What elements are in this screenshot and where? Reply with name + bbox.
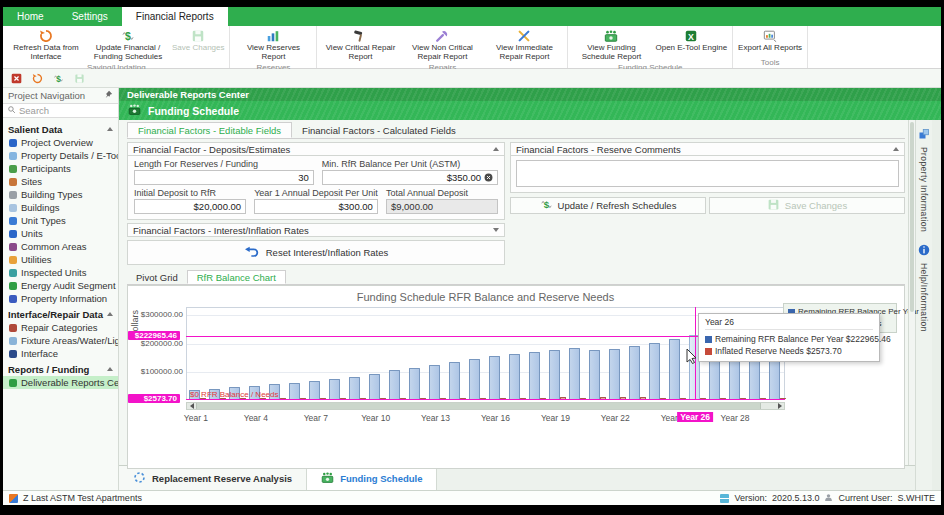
sidebar-item-units[interactable]: Units [3,227,118,240]
content-vertical-scrollbar[interactable] [908,120,915,465]
bar-remaining-year-23[interactable] [629,346,640,399]
save-changes-button[interactable]: Save Changes [709,197,905,214]
ribbon-button-view-immediate-repair-report[interactable]: View Immediate Repair Report [483,27,565,62]
ribbon-button-update-financial-funding-schedules[interactable]: $Update Financial / Funding Schedules [87,27,169,62]
qat-close-button[interactable] [10,72,22,84]
update-refresh-schedules-button[interactable]: $ Update / Refresh Schedules [510,197,706,214]
collapse-icon [107,127,113,131]
sidebar-section-salient-data[interactable]: Salient Data [3,122,118,136]
bar-remaining-year-18[interactable] [529,352,540,399]
tab-home[interactable]: Home [3,7,58,26]
ribbon-button-view-non-critical-repair-report[interactable]: View Non Critical Repair Report [401,27,483,62]
initial-deposit-input[interactable]: $20,000.00 [134,199,246,214]
sidebar-item-interface[interactable]: Interface [3,347,118,360]
bar-remaining-year-10[interactable] [369,374,380,399]
interest-inflation-header[interactable]: Financial Factors - Interest/Inflation R… [127,223,505,237]
bar-remaining-year-11[interactable] [389,370,400,399]
sidebar-item-project-overview[interactable]: Project Overview [3,136,118,149]
tab-funding-schedule-doc[interactable]: Funding Schedule [307,466,437,490]
x-axis-tick-label: Year 28 [721,413,750,423]
sidebar-item-buildings[interactable]: Buildings [3,201,118,214]
sidebar-item-deliverable-reports-center[interactable]: Deliverable Reports Center [3,376,118,389]
ribbon-button-export-all-reports[interactable]: Export All Reports [735,27,805,57]
repair-categories-icon [9,324,17,332]
chart-horizontal-scrollbar[interactable] [186,402,785,410]
sidebar-item-fixture-areas-water-lighting[interactable]: Fixture Areas/Water/Lighting [3,334,118,347]
sidebar-item-sites[interactable]: Sites [3,175,118,188]
x-axis-tick-label: Year 10 [361,413,390,423]
qat-update-financial-button[interactable]: $ [52,72,64,84]
clear-value-icon[interactable] [484,173,493,182]
sidebar-item-property-information[interactable]: Property Information [3,292,118,305]
ribbon: Refresh Data from Interface$Update Finan… [3,26,941,69]
reset-interest-rates-button[interactable]: Reset Interest/Inflation Rates [127,240,505,265]
tab-financial-factors-calculated-fields[interactable]: Financial Factors - Calculated Fields [292,122,466,138]
bar-remaining-year-13[interactable] [429,365,440,399]
sidebar-section-interface-repair-data[interactable]: Interface/Repair Data [3,307,118,321]
sidebar-section-reports-funding[interactable]: Reports / Funding [3,362,118,376]
scroll-left-icon[interactable] [187,403,196,409]
ribbon-button-save-changes[interactable]: Save Changes [169,27,227,62]
tab-rfr-balance-chart[interactable]: RfR Balance Chart [187,270,286,284]
bar-remaining-year-9[interactable] [349,377,360,399]
tab-property-information[interactable]: Property Information [918,126,930,232]
bar-remaining-year-17[interactable] [509,354,520,399]
sidebar-item-energy-audit-segment-1[interactable]: Energy Audit Segment 1 [3,279,118,292]
tab-pivot-grid[interactable]: Pivot Grid [127,270,187,284]
y-axis-tick-label: $200000.00 [128,339,183,348]
sidebar-item-building-types[interactable]: Building Types [3,188,118,201]
sidebar-item-common-areas[interactable]: Common Areas [3,240,118,253]
qat-save-button[interactable] [73,72,85,84]
deposits-estimates-header[interactable]: Financial Factor - Deposits/Estimates [127,142,505,156]
bar-remaining-year-6[interactable] [289,383,300,399]
deposits-estimates-body: Length For Reserves / Funding 30 Min. Rf… [127,156,505,220]
qat-refresh-button[interactable] [31,72,43,84]
bar-remaining-year-19[interactable] [549,350,560,399]
bar-remaining-year-20[interactable] [569,348,580,399]
sidebar-item-utilities[interactable]: Utilities [3,253,118,266]
tab-financial-reports[interactable]: Financial Reports [122,7,228,26]
tab-replacement-reserve-analysis[interactable]: Replacement Reserve Analysis [119,466,307,490]
x-axis-tick-label: Year 13 [421,413,450,423]
tab-financial-factors-editable-fields[interactable]: Financial Factors - Editable Fields [127,122,292,138]
bar-remaining-year-14[interactable] [449,362,460,399]
chart-scrollbar-thumb[interactable] [196,403,761,409]
ribbon-button-open-e-tool-engine[interactable]: XOpen E-Tool Engine [652,27,730,62]
bar-remaining-year-24[interactable] [649,343,660,399]
scroll-right-icon[interactable] [775,403,784,409]
bar-remaining-year-7[interactable] [309,381,320,399]
dollar-update-icon: $ [121,28,135,43]
section-header-funding-schedule: Funding Schedule [119,101,941,120]
sidebar-item-participants[interactable]: Participants [3,162,118,175]
year1-deposit-input[interactable]: $300.00 [254,199,378,214]
energy-audit-icon [9,282,17,290]
bar-remaining-year-16[interactable] [489,356,500,399]
x-axis-tick-label: Year 4 [244,413,268,423]
ribbon-button-refresh-data-from-interface[interactable]: Refresh Data from Interface [5,27,87,62]
ribbon-group-funding-schedule: View Funding Schedule ReportXOpen E-Tool… [568,26,733,68]
sidebar-item-unit-types[interactable]: Unit Types [3,214,118,227]
crosshair-horizontal-line [186,399,785,400]
search-input[interactable]: Search [3,103,118,118]
bar-remaining-year-22[interactable] [609,349,620,399]
reserve-comments-header[interactable]: Financial Factors - Reserve Comments [510,142,905,156]
bar-remaining-year-15[interactable] [469,359,480,399]
ribbon-button-view-critical-repair-report[interactable]: View Critical Repair Report [319,27,401,62]
factor-tabs: Financial Factors - Editable Fields Fina… [127,122,905,139]
bar-remaining-year-21[interactable] [589,350,600,399]
content-scrollbar-thumb[interactable] [910,122,914,312]
ribbon-button-view-funding-schedule-report[interactable]: View Funding Schedule Report [570,27,652,62]
sidebar-item-inspected-units[interactable]: Inspected Units [3,266,118,279]
bar-remaining-year-25[interactable] [669,339,680,399]
pin-icon[interactable] [104,90,113,101]
ribbon-button-view-reserves-report[interactable]: View Reserves Report [232,27,314,62]
tab-help-information[interactable]: Help/Information [918,242,930,332]
length-for-reserves-input[interactable]: 30 [134,170,314,185]
bar-remaining-year-12[interactable] [409,368,420,399]
tab-settings[interactable]: Settings [58,7,122,26]
sidebar-item-property-details-e-tool-details[interactable]: Property Details / E-Tool Details [3,149,118,162]
sidebar-item-repair-categories[interactable]: Repair Categories [3,321,118,334]
bar-remaining-year-8[interactable] [329,379,340,399]
min-rfr-balance-input[interactable]: $350.00 [322,170,498,185]
reserve-comments-textarea[interactable] [516,160,899,187]
